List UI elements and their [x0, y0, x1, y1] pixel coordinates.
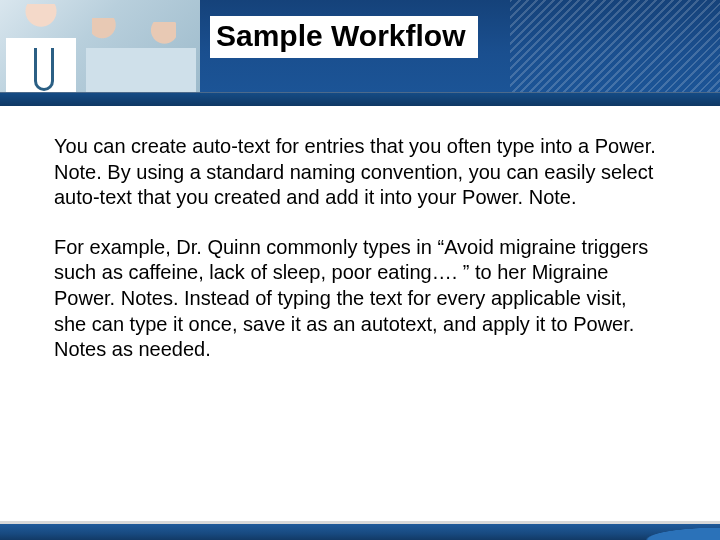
paragraph-1: You can create auto-text for entries tha…	[54, 134, 660, 211]
slide: Sample Workflow You can create auto-text…	[0, 0, 720, 540]
body-text: You can create auto-text for entries tha…	[54, 134, 660, 387]
footer-bar	[0, 524, 720, 540]
title-band-bottom-stripe	[0, 92, 720, 106]
paragraph-2: For example, Dr. Quinn commonly types in…	[54, 235, 660, 363]
header-photo	[0, 0, 200, 106]
slide-title: Sample Workflow	[210, 16, 478, 58]
doctor-figure	[6, 4, 76, 104]
footer-swoosh	[530, 520, 720, 540]
title-band: Sample Workflow	[0, 0, 720, 106]
diagonal-pattern	[510, 0, 720, 106]
